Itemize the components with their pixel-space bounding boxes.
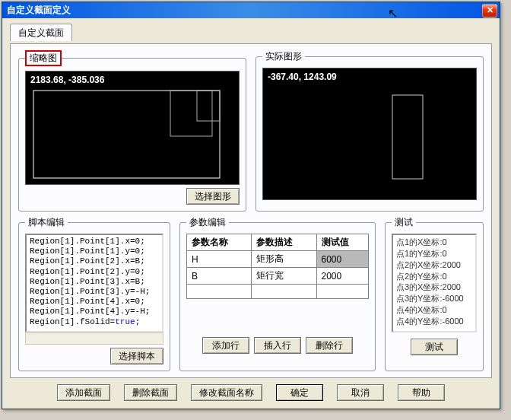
ok-button[interactable]: 确定 [276, 384, 323, 401]
table-row[interactable]: B 矩行宽 2000 [187, 268, 369, 285]
thumbnail-viewer[interactable]: 2183.68, -385.036 [25, 71, 240, 185]
table-row[interactable] [187, 285, 369, 299]
select-script-button[interactable]: 选择脚本 [110, 348, 163, 364]
svg-rect-0 [33, 91, 220, 178]
insert-row-button[interactable]: 插入行 [254, 337, 301, 354]
add-row-button[interactable]: 添加行 [202, 337, 249, 354]
svg-rect-2 [197, 91, 220, 121]
close-icon[interactable]: ✕ [482, 4, 497, 18]
list-item[interactable]: 点4的X坐标:0 [396, 304, 472, 316]
cancel-button[interactable]: 取消 [337, 384, 384, 401]
thumbnail-legend: 缩略图 [25, 50, 62, 66]
col-test: 测试值 [316, 234, 369, 251]
client-area: 自定义截面 缩略图 2183.68, -385.036 [2, 18, 500, 409]
list-item[interactable]: 点4的Y坐标:-6000 [396, 316, 472, 327]
tab-custom-section[interactable]: 自定义截面 [10, 24, 72, 41]
dialog-window: ↖ 自定义截面定义 ✕ 自定义截面 缩略图 2183.68, -385.036 [2, 2, 500, 409]
rename-section-button[interactable]: 修改截面名称 [191, 384, 262, 401]
thumbnail-group: 缩略图 2183.68, -385.036 选择图形 [18, 50, 246, 212]
list-item[interactable]: 点3的X坐标:2000 [396, 282, 472, 293]
param-legend: 参数编辑 [186, 216, 229, 229]
test-group: 测试 点1的X坐标:0点1的Y坐标:0点2的X坐标:2000点2的Y坐标:0点3… [385, 216, 484, 371]
script-textarea[interactable]: Region[1].Point[1].x=0;Region[1].Point[1… [25, 234, 163, 332]
list-item[interactable]: 点1的Y坐标:0 [396, 248, 472, 259]
mouse-cursor: ↖ [388, 6, 398, 21]
list-item[interactable]: 点1的X坐标:0 [396, 237, 472, 248]
svg-rect-1 [170, 91, 212, 136]
list-item[interactable]: 点3的Y坐标:-6000 [396, 293, 472, 304]
param-group: 参数编辑 参数名称 参数描述 测试值 H 矩形高 [179, 216, 376, 371]
thumbnail-coord: 2183.68, -385.036 [30, 75, 104, 85]
tab-row: 自定义截面 [10, 23, 492, 40]
test-legend: 测试 [392, 216, 416, 229]
top-row: 缩略图 2183.68, -385.036 选择图形 实际图形 [18, 50, 484, 212]
script-group: 脚本编辑 Region[1].Point[1].x=0;Region[1].Po… [18, 216, 170, 371]
real-shape-group: 实际图形 -367.40, 1243.09 [256, 50, 484, 212]
table-header-row: 参数名称 参数描述 测试值 [187, 234, 369, 251]
delete-row-button[interactable]: 删除行 [306, 337, 353, 354]
tab-panel: 缩略图 2183.68, -385.036 选择图形 实际图形 [10, 43, 492, 378]
list-item[interactable]: 点2的Y坐标:0 [396, 271, 472, 282]
real-shape-viewer[interactable]: -367.40, 1243.09 [262, 68, 477, 200]
list-item[interactable]: 点2的X坐标:2000 [396, 259, 472, 271]
add-section-button[interactable]: 添加截面 [57, 384, 110, 401]
window-title: 自定义截面定义 [7, 4, 482, 17]
col-desc: 参数描述 [252, 234, 316, 251]
col-name: 参数名称 [187, 234, 252, 251]
script-legend: 脚本编辑 [25, 216, 68, 229]
bottom-row: 脚本编辑 Region[1].Point[1].x=0;Region[1].Po… [18, 216, 484, 371]
titlebar: 自定义截面定义 ✕ [2, 2, 500, 18]
select-shape-button[interactable]: 选择图形 [186, 188, 240, 205]
help-button[interactable]: 帮助 [398, 384, 445, 401]
real-shape-drawing [263, 68, 476, 201]
script-hscrollbar[interactable] [25, 332, 163, 345]
real-shape-legend: 实际图形 [262, 50, 305, 63]
svg-rect-3 [392, 95, 423, 179]
table-row[interactable]: H 矩形高 6000 [187, 251, 369, 268]
delete-section-button[interactable]: 删除截面 [124, 384, 177, 401]
thumbnail-drawing [26, 72, 239, 186]
real-shape-coord: -367.40, 1243.09 [268, 72, 337, 82]
test-button[interactable]: 测试 [411, 339, 458, 355]
dialog-button-row: 添加截面 删除截面 修改截面名称 确定 取消 帮助 [10, 381, 492, 402]
test-listbox[interactable]: 点1的X坐标:0点1的Y坐标:0点2的X坐标:2000点2的Y坐标:0点3的X坐… [392, 234, 477, 332]
param-table: 参数名称 参数描述 测试值 H 矩形高 6000 [186, 234, 369, 299]
